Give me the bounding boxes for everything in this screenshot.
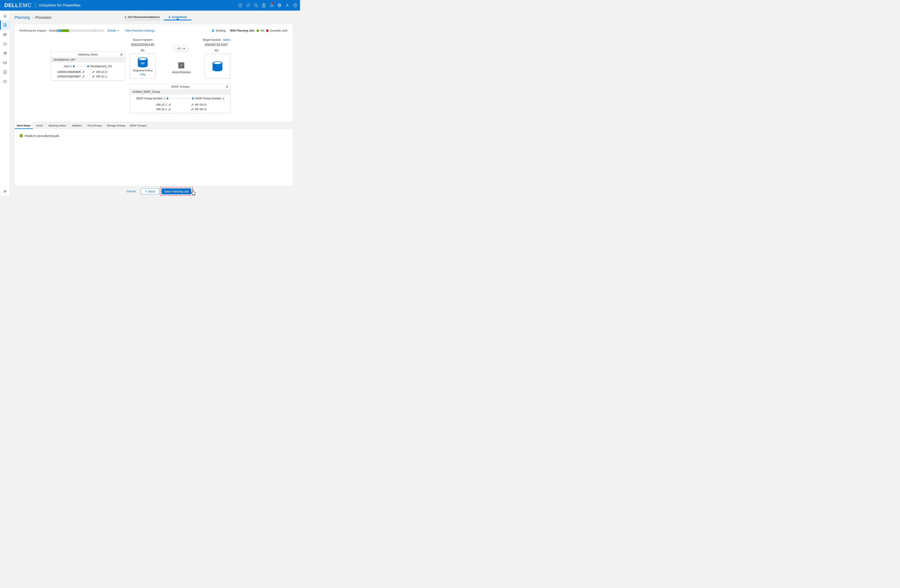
srdf-groups-header: SRDF Groups [130, 84, 230, 89]
provision-customize-panel: Performance Impact: Overall Details View… [14, 24, 293, 186]
page-title: Provision [35, 15, 51, 20]
srdf-port-row: RF-1H:11 [191, 103, 207, 106]
back-button[interactable]: Back [141, 188, 160, 194]
srdf-port-row: RF-3H:11 [191, 108, 207, 111]
port-row: OR-1C:0 [92, 70, 107, 74]
link-icon[interactable] [168, 103, 171, 106]
sidebar-item-planning[interactable] [0, 20, 10, 30]
srdf-local-port: OR-2C:1 [156, 108, 167, 111]
port-group-label: Development_PG [90, 65, 112, 68]
legend-with-planning-job-label: With Planning Job: [230, 29, 255, 32]
tab-label: Port Groups [88, 124, 102, 127]
target-system-title: Target System [202, 38, 221, 41]
edit-mode-icon[interactable] [178, 62, 184, 68]
task-list-icon[interactable] [261, 3, 266, 8]
help-icon[interactable]: ? [293, 3, 298, 8]
connector-line [170, 98, 191, 99]
link-icon[interactable] [92, 71, 95, 74]
source-system-card[interactable]: I/O Snapshot Policy Daily [130, 54, 156, 79]
settings-gear-icon[interactable]: ⚙ [277, 3, 282, 8]
gear-glyph: ⚙ [277, 3, 282, 8]
legend-ok-label: OK [261, 29, 264, 32]
snapshot-policy-daily-link[interactable]: Daily [140, 73, 146, 76]
connector-line [76, 66, 86, 67]
link-icon[interactable] [168, 108, 171, 111]
legend-existing-label: Existing [216, 29, 225, 32]
performance-overall-label: Overall [49, 29, 58, 32]
io-direction-button[interactable]: I/O [174, 45, 189, 51]
tab-masking-views[interactable]: Masking Views [46, 122, 69, 129]
srdf-groups-title: SRDF Groups [171, 85, 189, 88]
breadcrumb-planning-link[interactable]: Planning [14, 15, 30, 20]
sidebar-item-home[interactable] [0, 11, 10, 20]
cancel-button[interactable]: Cancel [123, 190, 139, 193]
sidebar-item-support[interactable]: ? [0, 77, 10, 86]
bar-existing-segment [57, 29, 61, 32]
sidebar-item-replication[interactable] [0, 49, 10, 58]
bar-planned-segment [61, 29, 69, 32]
target-select-link[interactable]: Select [223, 38, 231, 41]
masking-view-group-row[interactable]: Development_MV [51, 57, 125, 62]
collapse-chevrons-icon[interactable] [225, 85, 229, 88]
link-icon[interactable] [82, 75, 85, 78]
host-label: Host 1 [64, 65, 72, 68]
link-icon[interactable] [191, 108, 194, 111]
tab-port-groups[interactable]: Port Groups [85, 122, 104, 129]
dell-emc-logo: DELL EMC [4, 2, 32, 8]
source-role-label: R1 [123, 49, 162, 52]
save-planning-job-button[interactable]: Save Planning Job [161, 188, 191, 195]
tab-label: Next Steps [17, 124, 31, 127]
header-actions: ⚙ ? [237, 0, 298, 11]
source-system-id: 000220200145 [123, 43, 162, 47]
sidebar-item-performance[interactable] [0, 39, 10, 49]
sidebar-item-system[interactable] [0, 58, 10, 67]
legend-ok-swatch [257, 29, 259, 32]
masking-views-panel: Masking Views Development_MV Host 1 Deve… [51, 51, 125, 80]
srdf-remote-port: RF-1H:11 [195, 103, 207, 106]
save-button-label: Save Planning Job [164, 190, 189, 193]
refresh-icon[interactable] [245, 3, 251, 8]
tab-label: Masking Views [49, 124, 66, 127]
tab-srdf-groups[interactable]: SRDF Groups [128, 122, 148, 129]
search-icon[interactable] [253, 3, 258, 8]
app-title: Unisphere for PowerMax [39, 3, 81, 8]
link-icon[interactable] [82, 71, 85, 74]
app-header: DELL EMC Unisphere for PowerMax ⚙ ? [0, 0, 300, 11]
masking-views-header: Masking Views [51, 52, 125, 57]
chevron-left-icon [145, 190, 147, 193]
performance-impact-label: Performance Impact: [19, 29, 47, 32]
breadcrumb-separator-icon: › [32, 15, 33, 20]
tab-hosts[interactable]: Hosts [33, 122, 46, 129]
srdf-group-row[interactable]: Untitled_SRDF_Group [130, 89, 230, 94]
sidebar-item-jobs[interactable] [0, 67, 10, 77]
user-icon[interactable] [285, 3, 290, 8]
initiator-wwn: 100000109b909bf7 [57, 75, 81, 78]
legend-exceeds-swatch [266, 29, 268, 32]
back-button-label: Back [149, 190, 155, 193]
legend-existing-swatch [212, 29, 214, 32]
link-icon[interactable] [191, 103, 194, 106]
target-system-card[interactable] [205, 54, 230, 79]
collapse-chevrons-icon[interactable] [119, 53, 123, 56]
sidebar-expand-icon[interactable] [0, 186, 9, 196]
alerts-bell-icon[interactable] [269, 3, 274, 8]
sidebar-item-storage[interactable] [0, 30, 10, 39]
info-icon[interactable] [237, 3, 243, 8]
target-system-id: 000297321567 [192, 43, 241, 47]
tab-get-recommendations[interactable]: 1. Get Recommendations [124, 15, 160, 20]
tab-storage-groups[interactable]: Storage Groups [104, 122, 128, 129]
initiator-wwn-row: 100000109b909bf6 [57, 70, 85, 74]
details-toggle[interactable]: Details [107, 29, 119, 32]
tab-customize[interactable]: 2. Customize [164, 15, 192, 20]
initiator-wwn-row: 100000109b909bf7 [57, 75, 85, 78]
bar-limit-marker [94, 29, 95, 32]
success-check-icon: ✓ [20, 134, 23, 138]
tab-initiators[interactable]: Initiators [69, 122, 85, 129]
breadcrumb: Planning › Provision [14, 15, 51, 20]
link-icon[interactable] [92, 75, 95, 78]
srdf-group-1-label: SRDF Group Number: 1 [136, 97, 166, 100]
impact-legend: Existing With Planning Job: OK Exceeds L… [212, 29, 287, 32]
view-provision-settings-link[interactable]: View Provision Settings [125, 29, 155, 32]
tab-label: Hosts [36, 124, 43, 127]
tab-next-steps[interactable]: Next Steps [15, 122, 33, 129]
